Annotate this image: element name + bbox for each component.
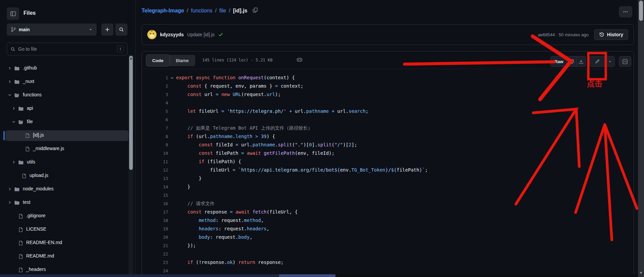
line-number[interactable]: 14 (142, 183, 168, 191)
line-number[interactable]: 8 (142, 132, 168, 141)
commit-message[interactable]: Update [id].js (187, 32, 215, 37)
commit-author[interactable]: kdyzsyyds (160, 32, 184, 37)
edit-file-button[interactable] (590, 56, 605, 66)
line-number[interactable]: 24 (142, 267, 168, 275)
line-number[interactable]: 15 (142, 191, 168, 199)
tree-item-README.md[interactable]: README.md (5, 251, 128, 262)
line-number[interactable]: 16 (142, 199, 168, 208)
line-number[interactable]: 21 (142, 241, 168, 250)
tree-item-_middleware.js[interactable]: _middleware.js (5, 144, 128, 154)
commit-sha[interactable]: ae68544 (538, 32, 555, 37)
page-scrollbar-track[interactable] (638, 0, 644, 277)
line-number[interactable]: 2 (142, 82, 168, 90)
horizontal-scrollbar-thumb[interactable] (279, 274, 335, 277)
file-tree-panel: Files main Go to file t .github_nuxtfunc… (0, 0, 136, 277)
tree-item-utils[interactable]: utils (5, 157, 128, 168)
line-number[interactable]: 13 (142, 174, 168, 183)
code-line: 20 body: request.body, (142, 233, 634, 241)
code-blame-switcher: Code Blame (146, 55, 195, 66)
tree-item-.gitignore[interactable]: .gitignore (5, 211, 128, 222)
chevron-down-icon[interactable] (7, 93, 12, 97)
fold-spacer (168, 107, 176, 116)
branch-selector[interactable]: main (7, 24, 97, 36)
fold-spacer (168, 116, 176, 124)
chevron-right-icon[interactable] (7, 187, 12, 191)
breadcrumb-repo-link[interactable]: Telegraph-Image (142, 8, 184, 14)
line-number[interactable]: 5 (142, 107, 168, 116)
tree-item-_nuxt[interactable]: _nuxt (5, 77, 128, 87)
status-check-icon[interactable] (218, 32, 223, 37)
line-number[interactable]: 19 (142, 225, 168, 233)
folder-icon (14, 200, 19, 205)
add-file-button[interactable] (101, 24, 113, 36)
tree-item-functions[interactable]: functions (5, 90, 128, 101)
go-to-file-input[interactable]: Go to file t (7, 43, 127, 55)
code-line: 15 (142, 191, 634, 199)
download-button[interactable] (576, 56, 586, 66)
line-number[interactable]: 18 (142, 216, 168, 225)
code-line: 5 let fileUrl = 'https://telegra.ph/' + … (142, 107, 634, 116)
go-to-file-placeholder: Go to file (18, 46, 114, 52)
chevron-down-icon[interactable] (11, 120, 16, 124)
chevron-right-icon[interactable] (7, 200, 12, 205)
tree-item-api[interactable]: api (5, 103, 128, 114)
code-line: 19 headers: request.headers, (142, 225, 634, 233)
line-number[interactable]: 22 (142, 250, 168, 258)
breadcrumb-segment-link[interactable]: file (219, 8, 226, 14)
tree-item-README-EN.md[interactable]: README-EN.md (5, 238, 128, 248)
file-icon (18, 254, 23, 259)
line-number[interactable]: 11 (142, 157, 168, 166)
copy-raw-button[interactable] (567, 56, 576, 66)
collapse-sidebar-button[interactable] (7, 7, 19, 20)
raw-button[interactable]: Raw (551, 56, 567, 66)
copy-path-button[interactable] (252, 7, 259, 14)
line-number[interactable]: 10 (142, 149, 168, 157)
code-line: 21 }); (142, 241, 634, 250)
commit-sha-and-time[interactable]: ae68544 · 50 minutes ago (538, 32, 589, 37)
avatar[interactable] (147, 30, 157, 39)
line-number[interactable]: 7 (142, 124, 168, 132)
line-number[interactable]: 12 (142, 166, 168, 174)
line-number[interactable]: 1 (142, 74, 168, 82)
files-panel-title: Files (23, 10, 36, 16)
line-number[interactable]: 4 (142, 99, 168, 107)
chevron-right-icon[interactable] (7, 79, 12, 84)
tree-item-LICENSE[interactable]: LICENSE (5, 224, 128, 235)
symbols-panel-button[interactable] (619, 56, 631, 67)
code-text: export async function onRequest(context)… (176, 74, 634, 82)
code-line: 24 (142, 267, 634, 275)
line-number[interactable]: 6 (142, 116, 168, 124)
breadcrumb-segment-link[interactable]: functions (191, 8, 212, 14)
tree-item-upload.js[interactable]: upload.js (5, 171, 128, 181)
search-button[interactable] (115, 24, 127, 36)
tree-item-node_modules[interactable]: node_modules (5, 184, 128, 195)
line-number[interactable]: 17 (142, 208, 168, 216)
line-number[interactable]: 20 (142, 233, 168, 241)
fold-toggle-icon[interactable] (168, 74, 176, 82)
copilot-icon[interactable] (296, 57, 303, 63)
tree-item-id.js[interactable]: [id].js (5, 130, 128, 141)
tree-item-file[interactable]: file (5, 117, 128, 128)
breadcrumb-current-file: [id].js (233, 8, 248, 14)
code-editor: 1export async function onRequest(context… (142, 69, 634, 275)
edit-options-caret-button[interactable] (605, 56, 614, 66)
tab-code[interactable]: Code (146, 55, 169, 66)
chevron-right-icon[interactable] (11, 106, 16, 111)
line-number[interactable]: 9 (142, 141, 168, 149)
line-number[interactable]: 23 (142, 258, 168, 267)
tree-item-label: .github (23, 65, 37, 71)
tree-item-test[interactable]: test (5, 197, 128, 208)
chevron-right-icon[interactable] (11, 160, 16, 165)
line-number[interactable]: 3 (142, 90, 168, 99)
chevron-right-icon[interactable] (7, 66, 12, 71)
sidebar-scrollbar-thumb[interactable] (129, 56, 133, 170)
tree-item-.github[interactable]: .github (5, 63, 128, 74)
tab-blame[interactable]: Blame (169, 55, 195, 66)
page-scrollbar-thumb[interactable] (639, 1, 643, 21)
tree-item-_headers[interactable]: _headers (5, 265, 128, 275)
more-options-button[interactable] (619, 6, 632, 17)
sidebar-scroll-up-arrow (130, 57, 132, 59)
code-text: if (!response.ok) return response; (176, 258, 634, 267)
history-button[interactable]: History (594, 29, 628, 40)
horizontal-scrollbar-track[interactable] (0, 274, 638, 277)
